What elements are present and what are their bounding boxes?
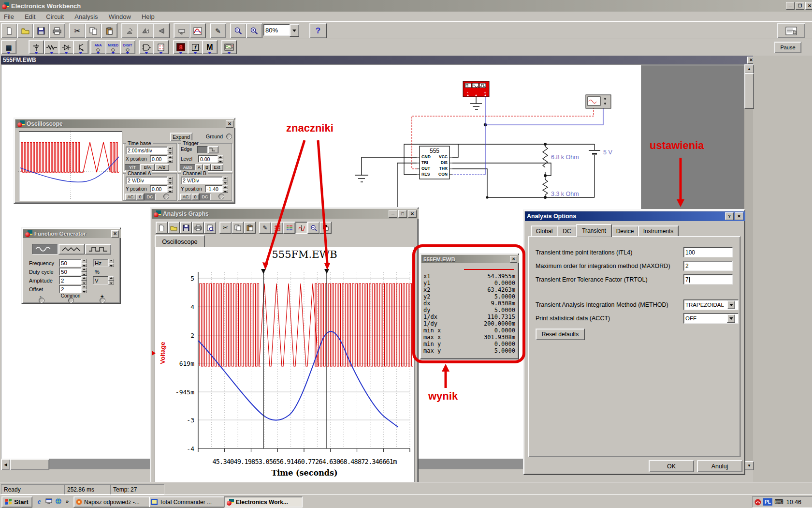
analysis-options-title-bar[interactable]: Analysis Options ? ✕ [525, 211, 745, 221]
scroll-down-icon[interactable]: ▼ [744, 461, 754, 470]
channel-a-ypos-spinner[interactable] [167, 185, 173, 193]
channel-b-zero-button[interactable]: 0 [191, 194, 199, 200]
restore-icon[interactable]: ❐ [796, 2, 804, 10]
channel-a-connector[interactable] [163, 194, 169, 199]
start-button[interactable]: Start [1, 496, 32, 508]
zoom-out-button[interactable] [230, 23, 246, 38]
yt-mode-button[interactable]: Y/T [125, 164, 140, 171]
tab-instruments[interactable]: Instruments [638, 225, 679, 237]
document-title-bar[interactable]: 555FM.EWB ✕ [1, 56, 757, 64]
amplitude-spinner[interactable] [81, 276, 87, 284]
cut-button[interactable]: ✂ [69, 23, 86, 38]
channel-a-dc-button[interactable]: DC [144, 194, 156, 200]
graph-print-button[interactable] [192, 222, 204, 234]
internet-explorer-icon[interactable]: e [35, 497, 44, 506]
graph-new-button[interactable] [156, 222, 168, 234]
menu-file[interactable]: File [4, 13, 14, 20]
channel-b-connector[interactable] [218, 194, 224, 199]
diodes-parts-button[interactable] [58, 40, 74, 54]
minimize-icon[interactable]: ─ [786, 2, 795, 10]
description-window-button[interactable] [777, 23, 805, 38]
zoom-in-button[interactable] [246, 23, 262, 38]
save-button[interactable] [33, 23, 49, 38]
maximize-icon[interactable]: □ [398, 210, 407, 218]
channel-a-scale[interactable]: 2 V/Div [126, 177, 170, 184]
task-button-mail[interactable]: Napisz odpowiedź -... [73, 496, 152, 508]
menu-circuit[interactable]: Circuit [46, 13, 64, 20]
minus-connector[interactable] [39, 298, 44, 303]
display-graphs-button[interactable] [189, 23, 206, 38]
trtol-field[interactable]: 7 [683, 274, 733, 284]
analysis-graphs-title-bar[interactable]: Analysis Graphs ─ □ ✕ [152, 209, 419, 219]
create-subcircuit-button[interactable] [174, 23, 190, 38]
mixed-ic-parts-button[interactable]: MIXED◇ [105, 40, 121, 54]
clock[interactable]: 10:46 [786, 499, 801, 506]
ab-mode-button[interactable]: A/B [155, 164, 169, 171]
frequency-value[interactable]: 50 [59, 259, 84, 267]
custom-parts-button[interactable]: ▦ [1, 40, 16, 54]
task-button-total-commander[interactable]: Total Commander ... [149, 496, 227, 508]
graph-cut-button[interactable]: ✂ [219, 222, 232, 234]
method-dropdown-icon[interactable] [727, 300, 735, 309]
miscellaneous-parts-button[interactable]: M [202, 40, 218, 54]
duty-cycle-spinner[interactable] [81, 268, 87, 276]
tab-oscilloscope[interactable]: Oscilloscope [155, 235, 205, 247]
maxord-field[interactable]: 2 [683, 261, 733, 271]
new-button[interactable] [1, 23, 17, 38]
level-spinner[interactable] [218, 155, 223, 163]
indicators-parts-button[interactable]: 8 [173, 40, 188, 54]
channel-b-ypos-spinner[interactable] [222, 185, 228, 193]
amplitude-unit-spinner[interactable] [108, 276, 114, 284]
show-desktop-icon[interactable] [44, 497, 53, 506]
common-connector[interactable] [68, 298, 74, 303]
trigger-ext-button[interactable]: Ext [211, 164, 223, 171]
minimize-icon[interactable]: ─ [389, 210, 397, 218]
x-position-spinner[interactable] [167, 155, 173, 163]
close-icon[interactable]: ✕ [510, 256, 517, 263]
trigger-a-button[interactable]: A [195, 164, 203, 171]
amplitude-value[interactable]: 2 [59, 276, 84, 284]
logic-gates-parts-button[interactable] [139, 40, 154, 54]
time-base-value[interactable]: 2.00ms/div [126, 147, 170, 154]
channel-b-ac-button[interactable]: AC [180, 194, 191, 200]
graph-cursors-button[interactable] [295, 222, 307, 234]
edge-rising-button[interactable] [197, 146, 208, 153]
instruments-parts-button[interactable] [221, 40, 237, 54]
trigger-b-button[interactable]: B [203, 164, 211, 171]
paste-button[interactable] [101, 23, 117, 38]
menu-edit[interactable]: Edit [25, 13, 35, 20]
graph-legend-button[interactable] [283, 222, 295, 234]
help-icon[interactable]: ? [725, 212, 734, 220]
transistors-parts-button[interactable] [73, 40, 88, 54]
sine-wave-button[interactable] [32, 244, 58, 254]
channel-a-zero-button[interactable]: 0 [136, 194, 144, 200]
graph-save-button[interactable] [180, 222, 192, 234]
edge-falling-button[interactable] [208, 146, 218, 153]
oscilloscope-title-bar[interactable]: Oscilloscope ✕ [15, 120, 235, 128]
vertical-scrollbar[interactable]: ▲ ▼ [744, 64, 753, 469]
controls-parts-button[interactable]: f [188, 40, 203, 54]
analog-ic-parts-button[interactable]: ANA◇ [90, 40, 106, 54]
help-button[interactable]: ? [309, 23, 327, 38]
frequency-unit-spinner[interactable] [108, 259, 114, 267]
flip-horizontal-button[interactable] [153, 23, 170, 38]
resistor1-label[interactable]: 6.8 k Ohm [551, 154, 579, 161]
print-button[interactable] [49, 23, 65, 38]
component-properties-button[interactable]: ✎ [210, 23, 226, 38]
close-icon[interactable]: ✕ [735, 212, 743, 220]
quick-launch-more-icon[interactable]: » [64, 497, 70, 506]
square-wave-button[interactable] [85, 244, 111, 254]
channel-a-ac-button[interactable]: AC [125, 194, 136, 200]
graph-grid-button[interactable] [271, 222, 283, 234]
tab-dc[interactable]: DC [557, 225, 577, 237]
basic-parts-button[interactable] [44, 40, 59, 54]
graph-open-button[interactable] [168, 222, 180, 234]
graph-copy-button[interactable] [232, 222, 244, 234]
language-indicator[interactable]: PL [763, 498, 772, 506]
scrollbar-thumb[interactable] [744, 73, 754, 109]
reset-defaults-button[interactable]: Reset defaults [536, 329, 585, 340]
tab-device[interactable]: Device [611, 225, 638, 237]
graph-zoom-out-button[interactable] [307, 222, 319, 234]
flip-vertical-button[interactable] [137, 23, 154, 38]
battery-label[interactable]: 5 V [603, 149, 612, 156]
